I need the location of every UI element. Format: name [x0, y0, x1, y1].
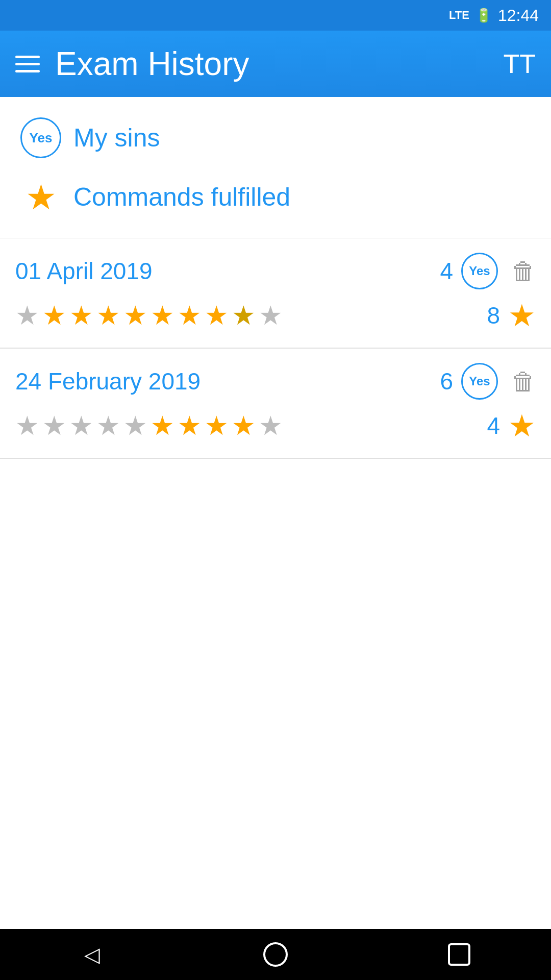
exam-entry-1: 24 February 2019 6 Yes 🗑 ★ ★ ★ ★ ★: [0, 349, 551, 459]
exam-entry-0: 01 April 2019 4 Yes 🗑 ★ ★ ★ ★ ★: [0, 238, 551, 349]
star-badge-commands: ★: [20, 177, 61, 217]
star-0-7: ★: [205, 302, 229, 329]
star-1-3: ★: [96, 412, 120, 439]
exam-yes-badge-0[interactable]: Yes: [461, 253, 498, 289]
exam-top-count-0: 4: [433, 257, 453, 285]
star-0-5: ★: [151, 302, 174, 329]
star-1-1: ★: [42, 412, 66, 439]
star-1-6: ★: [178, 412, 202, 439]
star-0-9: ★: [259, 302, 283, 329]
star-0-0: ★: [15, 302, 39, 329]
star-0-8: ★: [232, 302, 256, 329]
exam-yes-text-1: Yes: [469, 374, 490, 388]
status-time: 12:44: [498, 6, 539, 25]
commands-fulfilled-label: Commands fulfilled: [73, 182, 290, 212]
exam-top-count-1: 6: [433, 368, 453, 395]
star-0-3: ★: [96, 302, 120, 329]
back-button[interactable]: ◁: [71, 934, 112, 975]
delete-button-0[interactable]: 🗑: [511, 257, 536, 285]
exam-yes-badge-1[interactable]: Yes: [461, 363, 498, 400]
my-sins-filter[interactable]: Yes My sins: [20, 112, 531, 163]
delete-button-1[interactable]: 🗑: [511, 368, 536, 396]
star-1-7: ★: [205, 412, 229, 439]
yes-badge-sins: Yes: [20, 117, 61, 158]
yes-badge-text: Yes: [30, 130, 53, 146]
home-circle-icon: [263, 942, 288, 967]
recents-button[interactable]: [439, 934, 480, 975]
star-0-1: ★: [42, 302, 66, 329]
exam-bottom-count-1: 4: [480, 412, 500, 439]
star-0-2: ★: [69, 302, 93, 329]
recents-square-icon: [448, 943, 470, 966]
exam-yes-text-0: Yes: [469, 264, 490, 278]
star-1-8: ★: [232, 412, 256, 439]
nav-bar: ◁: [0, 929, 551, 980]
exam-date-0[interactable]: 01 April 2019: [15, 257, 153, 285]
content-area: Yes My sins ★ Commands fulfilled 01 Apri…: [0, 97, 551, 459]
lte-icon: LTE: [449, 9, 469, 22]
exam-bottom-count-0: 8: [480, 302, 500, 329]
star-0-6: ★: [178, 302, 202, 329]
star-1-2: ★: [69, 412, 93, 439]
star-1-9: ★: [259, 412, 283, 439]
status-bar: LTE 🔋 12:44: [0, 0, 551, 31]
star-0-4: ★: [123, 302, 147, 329]
stars-row-0: ★ ★ ★ ★ ★ ★ ★ ★ ★ ★: [15, 302, 283, 329]
filter-section: Yes My sins ★ Commands fulfilled: [0, 97, 551, 238]
menu-button[interactable]: [15, 56, 40, 72]
star-1-0: ★: [15, 412, 39, 439]
commands-fulfilled-filter[interactable]: ★ Commands fulfilled: [20, 172, 531, 223]
home-button[interactable]: [255, 934, 296, 975]
toolbar: Exam History TT: [0, 31, 551, 97]
battery-icon: 🔋: [475, 8, 492, 23]
star-1-5: ★: [151, 412, 174, 439]
text-size-button[interactable]: TT: [503, 48, 536, 79]
star-icon: ★: [26, 177, 57, 217]
exam-star-bottom-1: ★: [508, 408, 536, 444]
exam-star-bottom-0: ★: [508, 298, 536, 333]
page-title: Exam History: [55, 45, 503, 83]
star-1-4: ★: [123, 412, 147, 439]
my-sins-label: My sins: [73, 123, 160, 153]
exam-date-1[interactable]: 24 February 2019: [15, 368, 201, 395]
stars-row-1: ★ ★ ★ ★ ★ ★ ★ ★ ★ ★: [15, 412, 283, 439]
